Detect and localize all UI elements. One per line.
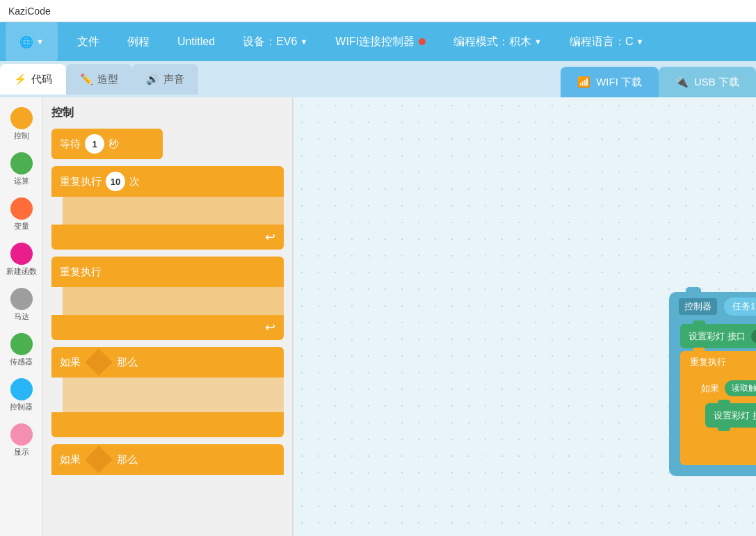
canvas-repeat-top[interactable]: 重复执行 <box>680 351 756 373</box>
canvas-block-group: 控制器 任务1 ▼ 设置彩灯 接口 P1 ▼ 颜色 <box>669 292 756 476</box>
if-block-if-label: 如果 <box>701 382 719 395</box>
calc-icon <box>10 152 33 174</box>
then2-label: 那么 <box>117 453 138 466</box>
var-icon <box>10 197 33 220</box>
tab-shape[interactable]: ✏️ 造型 <box>66 64 132 95</box>
sidebar: 控制 运算 变量 新建函数 马达 传感器 控制器 显示 <box>0 97 43 536</box>
repeat-n-body <box>63 197 284 225</box>
task-selector[interactable]: 任务1 ▼ <box>724 298 756 316</box>
repeat-n-unit: 次 <box>129 175 140 188</box>
func-icon <box>10 243 33 265</box>
mode-arrow-icon: ▼ <box>534 38 542 46</box>
tab-right-group: 📶 WIFI 下载 🔌 USB 下载 <box>561 61 756 97</box>
repeat-n-value: 10 <box>106 172 125 191</box>
canvas-if-top[interactable]: 如果 读取触碰 P1 ▼ 那么 <box>693 376 756 400</box>
sidebar-item-control[interactable]: 控制 <box>1 103 42 145</box>
canvas-blue-footer <box>669 468 756 476</box>
nav-device[interactable]: 设备：EV6 ▼ <box>229 22 321 61</box>
canvas-if-body: 设置彩灯 接口 P1 ▼ 颜色 红 ▼ <box>693 400 756 430</box>
tab-wifi-download[interactable]: 📶 WIFI 下载 <box>561 67 659 97</box>
nav-examples[interactable]: 例程 <box>113 22 163 61</box>
canvas-repeat-body: 如果 读取触碰 P1 ▼ 那么 <box>680 373 756 441</box>
shape-tab-icon: ✏️ <box>80 73 93 86</box>
code-tab-icon: ⚡ <box>14 73 27 86</box>
sidebar-item-func[interactable]: 新建函数 <box>1 238 42 281</box>
sidebar-item-display[interactable]: 显示 <box>1 419 42 462</box>
nav-lang[interactable]: 编程语言：C ▼ <box>556 22 657 61</box>
wait-label: 等待 <box>60 138 81 151</box>
sidebar-item-sensor[interactable]: 传感器 <box>1 329 42 371</box>
repeat-n-top: 重复执行 10 次 <box>51 166 284 197</box>
canvas-if-footer <box>693 430 756 439</box>
if-notch-top <box>702 373 714 377</box>
if-top: 如果 那么 <box>51 347 284 377</box>
nav-file[interactable]: 文件 <box>63 22 113 61</box>
canvas-repeat-block: 重复执行 如果 读取触碰 P1 <box>680 351 756 465</box>
control-icon <box>10 107 33 129</box>
sidebar-item-var[interactable]: 变量 <box>1 193 42 236</box>
canvas: 控制器 任务1 ▼ 设置彩灯 接口 P1 ▼ 颜色 <box>293 97 756 536</box>
motor-icon <box>10 288 33 310</box>
controller-icon <box>10 378 33 400</box>
if2-condition-placeholder <box>85 446 113 473</box>
repeat-forever-body <box>63 287 284 315</box>
block-wait[interactable]: 等待 1 秒 <box>51 129 163 159</box>
lang-arrow-icon: ▼ <box>636 38 644 46</box>
wifi-download-icon: 📶 <box>577 76 590 88</box>
globe-arrow: ▼ <box>36 38 44 46</box>
block-repeat-forever-wrapper: 重复执行 ↩ <box>51 257 284 340</box>
block-if2-wrapper: 如果 那么 <box>51 444 284 475</box>
set-light-label: 设置彩灯 接口 <box>689 330 746 343</box>
app-title: KaziCode <box>8 6 51 17</box>
sidebar-item-motor[interactable]: 马达 <box>1 284 42 326</box>
wait-value: 1 <box>85 134 104 154</box>
canvas-repeat-footer: ↩ <box>680 441 756 465</box>
repeat-n-arrow-icon: ↩ <box>265 229 275 245</box>
titlebar: KaziCode <box>0 0 756 22</box>
sidebar-item-calc[interactable]: 运算 <box>1 148 42 190</box>
repeat-forever-top: 重复执行 <box>51 257 284 287</box>
canvas-blue-body: 设置彩灯 接口 P1 ▼ 颜色 关 ▼ 重复执 <box>669 321 756 468</box>
canvas-set-light-block[interactable]: 设置彩灯 接口 P1 ▼ 颜色 关 ▼ <box>680 324 756 348</box>
tab-sound[interactable]: 🔊 声音 <box>132 64 198 95</box>
repeat-forever-arrow-icon: ↩ <box>265 320 275 335</box>
repeat-n-label: 重复执行 <box>60 175 102 188</box>
set-light-notch-top <box>693 320 705 325</box>
wifi-status-dot <box>419 38 426 45</box>
globe-icon: 🌐 <box>19 35 33 49</box>
set-light2-label: 设置彩灯 接口 <box>714 409 756 422</box>
nav-mode[interactable]: 编程模式：积木 ▼ <box>440 22 556 61</box>
if2-label: 如果 <box>60 453 81 466</box>
main-content: 控制 运算 变量 新建函数 马达 传感器 控制器 显示 <box>0 97 756 536</box>
nav-globe[interactable]: 🌐 ▼ <box>6 22 58 61</box>
canvas-if-condition-selector[interactable]: 读取触碰 P1 ▼ <box>725 380 756 396</box>
repeat-forever-label: 重复执行 <box>60 266 102 279</box>
canvas-controller-block[interactable]: 控制器 任务1 ▼ <box>669 292 756 321</box>
if-body <box>63 377 284 412</box>
block-if2[interactable]: 如果 那么 <box>51 444 284 475</box>
block-repeat-n[interactable]: 重复执行 10 次 ↩ <box>51 166 284 250</box>
set-light2-notch-top <box>718 400 730 405</box>
block-panel: 控制 等待 1 秒 重复执行 10 次 ↩ <box>43 97 293 536</box>
if-condition-placeholder <box>85 348 113 376</box>
panel-title: 控制 <box>51 106 284 120</box>
nav-wifi[interactable]: WIFI连接控制器 <box>321 22 440 61</box>
block-repeat-forever[interactable]: 重复执行 ↩ <box>51 257 284 340</box>
tab-code[interactable]: ⚡ 代码 <box>0 64 66 95</box>
repeat-notch-top <box>693 348 705 352</box>
sidebar-item-controller[interactable]: 控制器 <box>1 374 42 416</box>
device-arrow-icon: ▼ <box>300 38 307 46</box>
set-light2-notch-bottom <box>718 426 730 431</box>
if2-top: 如果 那么 <box>51 444 284 475</box>
tab-usb-download[interactable]: 🔌 USB 下载 <box>659 67 756 97</box>
canvas-set-light2-block[interactable]: 设置彩灯 接口 P1 ▼ 颜色 红 ▼ <box>705 403 756 428</box>
block-if[interactable]: 如果 那么 <box>51 347 284 437</box>
controller-tag: 控制器 <box>679 298 717 315</box>
nav-untitled[interactable]: Untitled <box>163 22 229 61</box>
navbar: 🌐 ▼ 文件 例程 Untitled 设备：EV6 ▼ WIFI连接控制器 编程… <box>0 22 756 61</box>
repeat-n-footer: ↩ <box>51 225 284 250</box>
sound-tab-icon: 🔊 <box>146 73 159 86</box>
set-light-port-selector[interactable]: P1 ▼ <box>751 330 756 343</box>
repeat-forever-footer: ↩ <box>51 315 284 340</box>
block-repeat-n-wrapper: 重复执行 10 次 ↩ <box>51 166 284 250</box>
